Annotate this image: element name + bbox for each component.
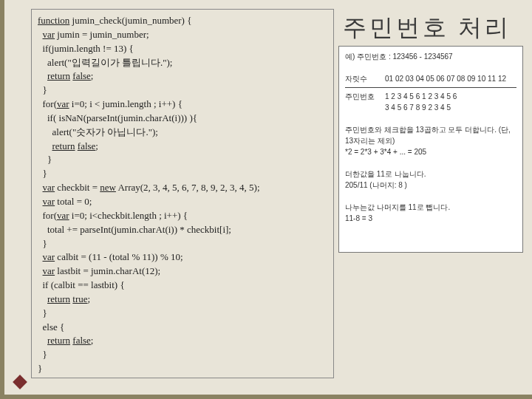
code-text: if(jumin.length != 13) { xyxy=(38,43,134,54)
code-text: calbit = (11 - (total % 11)) % 10; xyxy=(55,251,183,262)
keyword: var xyxy=(43,29,55,40)
example-box: 예) 주민번호 : 123456 - 1234567 자릿수 01 02 03 … xyxy=(338,46,523,253)
slide-title: 주민번호 처리 xyxy=(343,12,511,44)
code-text: Array(2, 3, 4, 5, 6, 7, 8, 9, 2, 3, 4, 5… xyxy=(116,182,260,193)
code-text xyxy=(38,293,47,304)
row-label xyxy=(345,102,381,113)
code-text xyxy=(38,140,52,151)
code-text: for( xyxy=(38,98,57,109)
code-text: } xyxy=(38,307,47,318)
keyword: return xyxy=(47,70,70,81)
code-text: jumin = jumin_number; xyxy=(55,29,149,40)
code-text: lastbit = jumin.charAt(12); xyxy=(55,265,160,276)
table-row: 자릿수 01 02 03 04 05 06 07 08 09 10 11 12 xyxy=(345,73,516,84)
code-box: function jumin_check(jumin_number) { var… xyxy=(31,9,334,378)
row-label: 자릿수 xyxy=(345,73,381,84)
keyword: var xyxy=(57,210,69,221)
corner-decoration-icon xyxy=(13,375,27,389)
code-text: } xyxy=(38,363,42,374)
keyword: function xyxy=(38,15,69,26)
code-text xyxy=(38,70,47,81)
code-text: i=0; i<checkbit.length ; i++) { xyxy=(69,210,188,221)
example-formula: 205/11 (나머지: 8 ) xyxy=(345,180,516,191)
code-text: else { xyxy=(38,321,64,332)
example-note: 주민번호와 체크합을 13곱하고 모두 더합니다. (단, 13자리는 제외) xyxy=(345,124,516,146)
code-text: jumin_check(jumin_number) { xyxy=(69,15,191,26)
code-text: total += parseInt(jumin.charAt(i)) * che… xyxy=(38,224,231,235)
row-label: 주민번호 xyxy=(345,91,381,102)
example-formula: *2 = 2*3 + 3*4 + ... = 205 xyxy=(345,146,516,157)
code-text: } xyxy=(38,238,47,249)
code-text: } xyxy=(38,168,47,179)
table-row: 주민번호 1 2 3 4 5 6 1 2 3 4 5 6 xyxy=(345,91,516,102)
divider xyxy=(345,87,516,88)
row-values: 1 2 3 4 5 6 1 2 3 4 5 6 xyxy=(385,91,457,102)
keyword: var xyxy=(43,196,55,207)
code-text xyxy=(38,335,47,346)
slide-root: 주민번호 처리 function jumin_check(jumin_numbe… xyxy=(0,0,532,399)
code-text: i=0; i < jumin.length ; i++) { xyxy=(69,98,183,109)
keyword: var xyxy=(43,265,55,276)
code-text: ; xyxy=(91,70,94,81)
code-text: } xyxy=(38,154,52,165)
example-formula: 11-8 = 3 xyxy=(345,213,516,224)
keyword: var xyxy=(43,251,55,262)
example-note: 더한값을 11로 나눕니다. xyxy=(345,168,516,180)
row-values: 01 02 03 04 05 06 07 08 09 10 11 12 xyxy=(385,73,506,84)
code-text: for( xyxy=(38,210,57,221)
example-note: 나누는값 나머지를 11로 뺍니다. xyxy=(345,202,516,213)
keyword: return xyxy=(47,335,70,346)
keyword: var xyxy=(57,98,69,109)
code-text: ; xyxy=(88,293,91,304)
code-text: alert("숫자가 아닙니다."); xyxy=(38,126,158,137)
keyword: return xyxy=(52,140,75,151)
code-text: if (calbit == lastbit) { xyxy=(38,279,125,290)
code-text: total = 0; xyxy=(55,196,92,207)
code-text: ; xyxy=(91,335,94,346)
keyword: false xyxy=(72,70,91,81)
code-text: checkbit = xyxy=(55,182,100,193)
row-values: 3 4 5 6 7 8 9 2 3 4 5 xyxy=(385,102,451,113)
code-text: } xyxy=(38,349,47,360)
code-text: ; xyxy=(95,140,98,151)
keyword: false xyxy=(72,335,91,346)
code-text: alert("입력길이가 틀립니다."); xyxy=(38,57,172,68)
example-header: 예) 주민번호 : 123456 - 1234567 xyxy=(345,51,516,62)
keyword: return xyxy=(47,293,70,304)
keyword: false xyxy=(78,140,96,151)
table-row: 3 4 5 6 7 8 9 2 3 4 5 xyxy=(345,102,516,113)
code-text: if( isNaN(parseInt(jumin.charAt(i))) ){ xyxy=(38,112,197,123)
keyword: new xyxy=(100,182,116,193)
keyword: var xyxy=(43,182,55,193)
code-text: } xyxy=(38,84,47,95)
keyword: true xyxy=(72,293,87,304)
